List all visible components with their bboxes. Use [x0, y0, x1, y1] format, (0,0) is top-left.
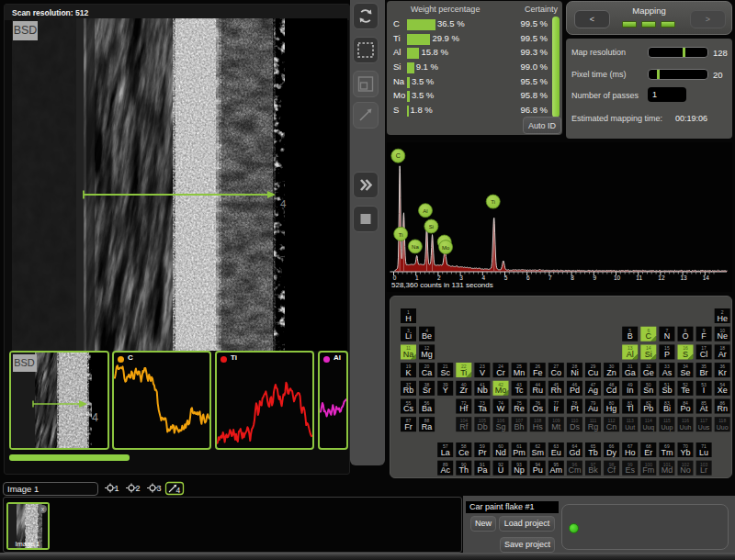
- svg-text:H: H: [405, 314, 412, 323]
- svg-text:3: 3: [459, 274, 463, 281]
- svg-text:2: 2: [136, 484, 141, 493]
- svg-text:As: As: [662, 368, 673, 377]
- svg-text:Pd: Pd: [570, 386, 580, 395]
- svg-text:Pa: Pa: [477, 465, 487, 475]
- svg-text:Zn: Zn: [606, 368, 616, 377]
- svg-text:118: 118: [718, 418, 726, 423]
- svg-text:Nd: Nd: [495, 448, 506, 457]
- svg-text:Ag: Ag: [588, 386, 598, 395]
- svg-text:Rn: Rn: [717, 404, 728, 413]
- svg-text:Mg: Mg: [421, 350, 433, 359]
- svg-text:N: N: [664, 331, 671, 341]
- svg-text:1: 1: [115, 484, 119, 493]
- svg-text:Ir: Ir: [554, 404, 560, 413]
- svg-text:Rh: Rh: [551, 386, 562, 395]
- svg-text:Uuh: Uuh: [680, 424, 692, 431]
- svg-text:Lu: Lu: [699, 448, 708, 457]
- svg-text:Pu: Pu: [533, 465, 543, 475]
- svg-text:Al: Al: [627, 350, 634, 359]
- svg-text:Np: Np: [514, 465, 525, 475]
- svg-text:Be: Be: [422, 331, 432, 341]
- svg-text:10: 10: [614, 274, 621, 281]
- svg-text:Cu: Cu: [588, 368, 599, 377]
- svg-text:14: 14: [703, 274, 710, 281]
- svg-text:Cd: Cd: [606, 386, 617, 395]
- svg-text:I: I: [703, 386, 706, 395]
- svg-text:Po: Po: [680, 404, 690, 413]
- svg-text:Bk: Bk: [588, 465, 598, 475]
- svg-text:3: 3: [157, 484, 162, 493]
- svg-text:Au: Au: [588, 404, 598, 413]
- svg-text:Rb: Rb: [403, 386, 414, 395]
- svg-text:Se: Se: [680, 368, 690, 377]
- svg-text:Hg: Hg: [606, 404, 617, 413]
- svg-text:Ta: Ta: [478, 404, 487, 413]
- svg-text:Fm: Fm: [642, 465, 654, 475]
- svg-text:P: P: [664, 350, 670, 359]
- svg-text:117: 117: [700, 418, 707, 423]
- svg-text:Mt: Mt: [551, 422, 560, 431]
- svg-text:Xe: Xe: [718, 386, 728, 395]
- svg-text:Es: Es: [625, 465, 635, 475]
- svg-text:Uut: Uut: [625, 424, 635, 431]
- svg-text:At: At: [700, 404, 708, 413]
- svg-text:1: 1: [415, 274, 419, 281]
- svg-text:Er: Er: [644, 448, 652, 457]
- svg-text:Ra: Ra: [422, 422, 433, 431]
- svg-text:Ce: Ce: [458, 448, 469, 457]
- svg-text:In: In: [627, 386, 634, 395]
- svg-text:Tl: Tl: [627, 404, 634, 413]
- svg-text:Ni: Ni: [571, 368, 579, 377]
- svg-text:Tm: Tm: [661, 448, 673, 457]
- svg-text:115: 115: [663, 418, 671, 423]
- svg-text:0: 0: [393, 274, 397, 281]
- svg-text:Cl: Cl: [700, 350, 708, 359]
- svg-text:9: 9: [593, 274, 596, 281]
- svg-text:114: 114: [645, 418, 652, 423]
- svg-text:Sn: Sn: [643, 386, 653, 395]
- svg-text:Si: Si: [645, 350, 652, 359]
- svg-text:Tc: Tc: [515, 386, 525, 395]
- svg-text:Sm: Sm: [531, 448, 544, 457]
- svg-text:Na: Na: [403, 350, 414, 359]
- svg-text:Yb: Yb: [680, 448, 690, 457]
- svg-text:Zr: Zr: [460, 386, 469, 395]
- svg-text:Ne: Ne: [717, 331, 728, 341]
- svg-text:Uuq: Uuq: [642, 424, 654, 431]
- svg-text:Cf: Cf: [607, 465, 616, 475]
- svg-text:4: 4: [280, 198, 287, 209]
- svg-text:Mo: Mo: [495, 386, 507, 395]
- svg-text:Eu: Eu: [551, 448, 561, 457]
- svg-text:4: 4: [176, 486, 181, 495]
- svg-text:Ti: Ti: [460, 368, 467, 377]
- svg-text:Co: Co: [551, 368, 562, 377]
- svg-text:Th: Th: [459, 465, 469, 475]
- svg-text:W: W: [497, 404, 505, 413]
- svg-text:13: 13: [680, 274, 687, 281]
- svg-text:Rf: Rf: [459, 422, 468, 431]
- svg-text:Fe: Fe: [533, 368, 543, 377]
- svg-text:Uus: Uus: [698, 424, 710, 431]
- svg-text:Nb: Nb: [477, 386, 488, 395]
- svg-text:Ac: Ac: [440, 465, 450, 475]
- svg-text:4: 4: [92, 411, 98, 424]
- svg-text:Al: Al: [423, 208, 427, 214]
- svg-text:Cr: Cr: [496, 368, 505, 377]
- svg-text:Cs: Cs: [403, 404, 413, 413]
- svg-text:Hf: Hf: [459, 404, 468, 413]
- svg-text:No: No: [680, 465, 691, 475]
- svg-text:La: La: [441, 448, 450, 457]
- svg-text:Mn: Mn: [514, 368, 526, 377]
- svg-text:Ti: Ti: [399, 232, 403, 238]
- svg-text:Ti: Ti: [491, 199, 495, 205]
- svg-text:U: U: [498, 465, 504, 475]
- svg-text:6: 6: [526, 274, 530, 281]
- svg-text:Pr: Pr: [478, 448, 486, 457]
- svg-text:Image 1: Image 1: [15, 540, 40, 548]
- svg-text:12: 12: [658, 274, 665, 281]
- svg-text:He: He: [717, 314, 728, 323]
- svg-text:Ar: Ar: [718, 350, 727, 359]
- svg-text:C: C: [396, 152, 401, 159]
- svg-text:Bi: Bi: [663, 404, 671, 413]
- svg-text:Os: Os: [532, 404, 543, 413]
